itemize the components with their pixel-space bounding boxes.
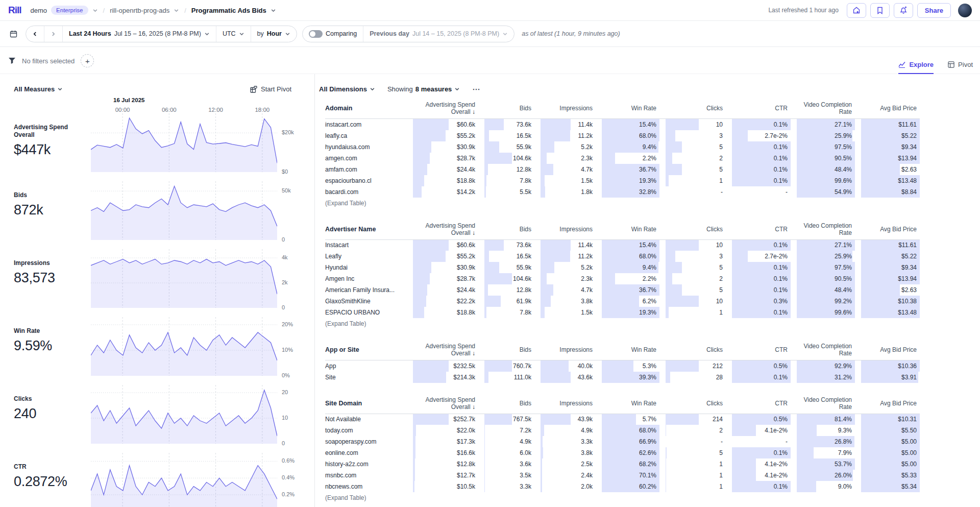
measure-header[interactable]: Avg Bid Price: [855, 221, 920, 240]
measure-label[interactable]: CTR: [14, 463, 84, 471]
dimension-header[interactable]: Site Domain: [325, 395, 407, 414]
leaderboard-row[interactable]: eonline.com$16.6k6.0k3.8k62.6%50.1%7.9%$…: [325, 447, 920, 458]
add-filter-button[interactable]: +: [81, 54, 94, 67]
leaderboard-row[interactable]: Amgen Inc$28.7k104.6k2.3k2.2%20.1%90.5%$…: [325, 273, 920, 284]
measure-header[interactable]: CTR: [726, 342, 791, 360]
measure-header[interactable]: Advertising Spend Overall ↓: [407, 100, 478, 119]
measure-header[interactable]: CTR: [726, 221, 791, 240]
tab-explore[interactable]: Explore: [898, 61, 934, 74]
measure-label[interactable]: Advertising Spend Overall: [14, 124, 84, 139]
dashboard-title[interactable]: Programmatic Ads Bids: [191, 7, 266, 14]
org-name[interactable]: demo: [31, 7, 47, 14]
comparing-toggle[interactable]: Comparing: [303, 26, 363, 42]
dimension-header[interactable]: Advertiser Name: [325, 221, 407, 240]
measure-header[interactable]: Clicks: [659, 342, 726, 360]
expand-table-link[interactable]: (Expand Table): [325, 320, 366, 327]
leaderboard-row[interactable]: msnbc.com$12.7k3.5k2.4k70.1%14.1e-2%26.0…: [325, 470, 920, 481]
leaderboard-row[interactable]: American Family Insura...$24.4k12.8k4.7k…: [325, 284, 920, 296]
more-options-button[interactable]: ⋯: [472, 85, 480, 94]
leaderboard-row[interactable]: App$232.5k760.7k40.0k5.3%2120.5%92.9%$10…: [325, 360, 920, 372]
leaderboard-row[interactable]: amfam.com$24.4k12.8k4.7k36.7%50.1%48.4%$…: [325, 164, 920, 175]
measure-label[interactable]: Win Rate: [14, 327, 84, 335]
measure-label[interactable]: Clicks: [14, 395, 84, 403]
measure-header[interactable]: CTR: [726, 100, 791, 119]
measure-header[interactable]: Clicks: [659, 100, 726, 119]
project-name[interactable]: rill-openrtb-prog-ads: [110, 7, 169, 14]
measure-header[interactable]: Impressions: [534, 221, 596, 240]
leaderboard-row[interactable]: Hyundai$30.9k55.9k5.2k9.4%50.1%97.5%$9.3…: [325, 262, 920, 273]
leaderboard-row[interactable]: Site$214.3k111.0k43.6k39.3%280.1%31.2%$3…: [325, 372, 920, 383]
measure-header[interactable]: Bids: [478, 395, 534, 414]
showing-measures-selector[interactable]: Showing 8 measures: [387, 85, 460, 93]
measure-sparkline[interactable]: [91, 385, 277, 453]
measure-header[interactable]: Win Rate: [596, 100, 659, 119]
calendar-button[interactable]: [6, 27, 20, 41]
leaderboard-row[interactable]: bacardi.com$14.2k5.5k1.8k32.8%--54.9%$8.…: [325, 186, 920, 198]
leaderboard-row[interactable]: history-a2z.com$12.8k3.6k2.5k68.2%14.1e-…: [325, 458, 920, 470]
leaderboard-row[interactable]: instacart.com$60.6k73.6k11.4k15.4%100.1%…: [325, 119, 920, 130]
measure-header[interactable]: Bids: [478, 100, 534, 119]
leaderboard-row[interactable]: leafly.ca$55.2k16.5k11.2k68.0%32.7e-2%25…: [325, 130, 920, 141]
leaderboard-row[interactable]: hyundaiusa.com$30.9k55.9k5.2k9.4%50.1%97…: [325, 141, 920, 153]
measure-header[interactable]: Advertising Spend Overall ↓: [407, 221, 478, 240]
alerts-button[interactable]: [894, 3, 913, 18]
sort-desc-icon[interactable]: ↓: [471, 229, 475, 236]
leaderboard-row[interactable]: soapoperaspy.com$17.3k4.9k3.3k66.9%--26.…: [325, 436, 920, 447]
measure-header[interactable]: Clicks: [659, 395, 726, 414]
expand-table-link[interactable]: (Expand Table): [325, 200, 366, 207]
leaderboard-row[interactable]: Instacart$60.6k73.6k11.4k15.4%100.1%27.1…: [325, 239, 920, 251]
leaderboard-row[interactable]: GlaxoSmithKline$22.2k61.9k3.8k6.2%100.3%…: [325, 296, 920, 307]
measure-header[interactable]: Video Completion Rate: [791, 100, 855, 119]
leaderboard-row[interactable]: amgen.com$28.7k104.6k2.3k2.2%20.1%90.5%$…: [325, 153, 920, 164]
measure-header[interactable]: CTR: [726, 395, 791, 414]
sort-desc-icon[interactable]: ↓: [471, 403, 475, 411]
measure-header[interactable]: Video Completion Rate: [791, 221, 855, 240]
start-pivot-button[interactable]: Start Pivot: [250, 85, 291, 93]
measure-header[interactable]: Impressions: [534, 100, 596, 119]
measure-sparkline[interactable]: [91, 249, 277, 317]
measure-label[interactable]: Impressions: [14, 259, 84, 267]
measure-header[interactable]: Clicks: [659, 221, 726, 240]
measure-header[interactable]: Win Rate: [596, 395, 659, 414]
chevron-down-icon[interactable]: [174, 8, 179, 13]
next-range-button[interactable]: [44, 26, 62, 42]
dimension-header[interactable]: App or Site: [325, 342, 407, 360]
expand-table-link[interactable]: (Expand Table): [325, 494, 366, 501]
grain-selector[interactable]: by Hour: [251, 26, 297, 42]
bookmark-button[interactable]: [870, 3, 890, 18]
leaderboard-row[interactable]: ESPACIO URBANO$18.8k7.8k1.5k19.3%10.1%99…: [325, 307, 920, 318]
chevron-down-icon[interactable]: [92, 8, 98, 13]
measure-header[interactable]: Win Rate: [596, 342, 659, 360]
measure-header[interactable]: Avg Bid Price: [855, 395, 920, 414]
measure-sparkline[interactable]: [91, 317, 277, 385]
chevron-down-icon[interactable]: [271, 8, 276, 13]
share-button[interactable]: Share: [917, 3, 951, 18]
leaderboard-row[interactable]: today.com$22.0k7.2k4.9k68.0%24.1e-2%9.3%…: [325, 425, 920, 436]
time-range-selector[interactable]: Last 24 Hours Jul 15 – 16, 2025 (8 PM-8 …: [62, 26, 216, 42]
measures-selector[interactable]: All Measures: [14, 85, 63, 93]
measure-sparkline[interactable]: [91, 181, 277, 249]
measure-header[interactable]: Win Rate: [596, 221, 659, 240]
rill-logo[interactable]: Rill: [8, 5, 21, 16]
compare-range-selector[interactable]: Previous day Jul 14 – 15, 2025 (8 PM-8 P…: [363, 26, 514, 42]
measure-label[interactable]: Bids: [14, 191, 84, 199]
measure-header[interactable]: Impressions: [534, 342, 596, 360]
home-button[interactable]: [847, 3, 866, 18]
dimensions-selector[interactable]: All Dimensions: [319, 85, 375, 93]
leaderboard-row[interactable]: espaciourbano.cl$18.8k7.8k1.5k19.3%10.1%…: [325, 175, 920, 186]
measure-header[interactable]: Avg Bid Price: [855, 342, 920, 360]
measure-header[interactable]: Bids: [478, 221, 534, 240]
dimension-header[interactable]: Adomain: [325, 100, 407, 119]
measure-header[interactable]: Impressions: [534, 395, 596, 414]
timezone-selector[interactable]: UTC: [216, 26, 251, 42]
prev-range-button[interactable]: [26, 26, 44, 42]
sort-desc-icon[interactable]: ↓: [471, 350, 475, 357]
measure-header[interactable]: Video Completion Rate: [791, 342, 855, 360]
avatar[interactable]: [958, 4, 972, 17]
tab-pivot[interactable]: Pivot: [948, 61, 973, 74]
sort-desc-icon[interactable]: ↓: [471, 108, 475, 115]
leaderboard-row[interactable]: nbcnews.com$10.5k3.3k2.0k60.2%10.1%9.0%$…: [325, 481, 920, 492]
measure-header[interactable]: Avg Bid Price: [855, 100, 920, 119]
measure-header[interactable]: Bids: [478, 342, 534, 360]
leaderboard-row[interactable]: Not Available$252.7k767.5k43.9k5.7%2140.…: [325, 414, 920, 425]
